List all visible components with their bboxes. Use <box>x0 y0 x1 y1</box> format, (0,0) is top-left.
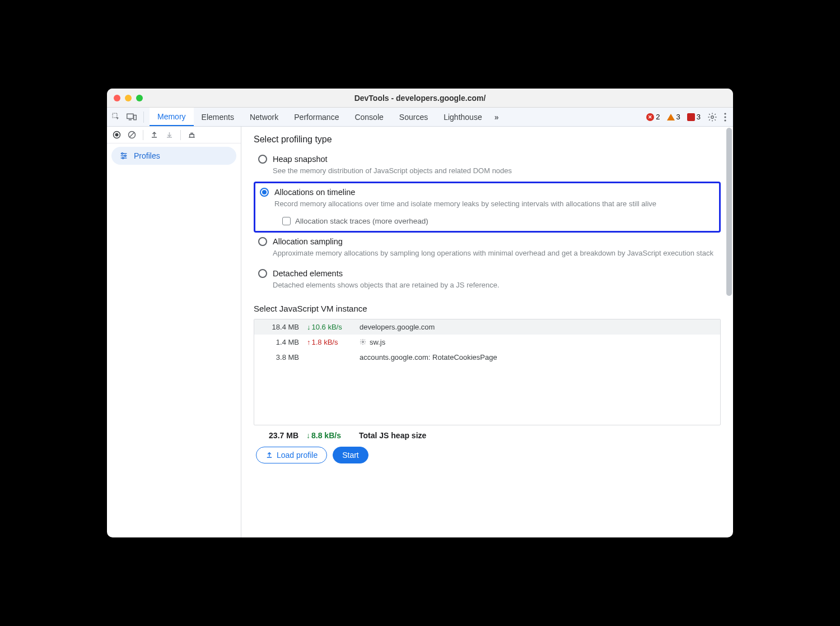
titlebar: DevTools - developers.google.com/ <box>107 89 733 108</box>
tab-console[interactable]: Console <box>347 108 391 126</box>
settings-icon[interactable] <box>707 112 717 122</box>
svg-rect-2 <box>134 115 137 120</box>
download-icon[interactable] <box>165 131 174 139</box>
warnings-badge[interactable]: 3 <box>667 113 680 121</box>
start-button[interactable]: Start <box>333 447 368 463</box>
traffic-lights <box>114 95 143 101</box>
tab-memory[interactable]: Memory <box>150 108 194 126</box>
radio-icon[interactable] <box>258 237 267 246</box>
profiling-type-heading: Select profiling type <box>254 135 721 145</box>
sidebar-item-profiles[interactable]: Profiles <box>111 147 236 165</box>
load-profile-button[interactable]: Load profile <box>256 447 327 463</box>
sidebar-toolbar <box>107 127 241 143</box>
vm-row[interactable]: 1.4 MB ↑1.8 kB/s sw.js <box>254 335 720 350</box>
main-panel: Select profiling type Heap snapshot See … <box>241 127 733 537</box>
upload-icon <box>265 451 273 459</box>
window-title: DevTools - developers.google.com/ <box>107 94 733 103</box>
arrow-down-icon: ↓ <box>307 323 311 331</box>
clear-icon[interactable] <box>128 131 136 139</box>
tab-elements[interactable]: Elements <box>194 108 242 126</box>
tab-network[interactable]: Network <box>242 108 286 126</box>
sidebar: Profiles <box>107 127 241 537</box>
panel-tabbar: Memory Elements Network Performance Cons… <box>107 108 733 127</box>
svg-point-8 <box>115 133 119 137</box>
maximize-window-button[interactable] <box>136 95 143 101</box>
option-heap-snapshot[interactable]: Heap snapshot See the memory distributio… <box>254 150 721 182</box>
content-area: Profiles Select profiling type Heap snap… <box>107 127 733 537</box>
svg-point-15 <box>124 155 126 157</box>
close-window-button[interactable] <box>114 95 120 101</box>
gear-icon <box>360 338 366 345</box>
rate: ↑1.8 kB/s <box>307 338 352 346</box>
option-detached-elements[interactable]: Detached elements Detached elements show… <box>254 265 721 296</box>
svg-point-14 <box>122 153 123 155</box>
tab-performance[interactable]: Performance <box>286 108 347 126</box>
inspect-element-icon[interactable] <box>111 112 121 122</box>
svg-point-6 <box>724 119 726 121</box>
radio-icon[interactable] <box>260 188 269 197</box>
issues-badge[interactable]: 3 <box>687 113 701 121</box>
checkbox-icon[interactable] <box>282 217 291 225</box>
record-icon[interactable] <box>113 131 121 139</box>
svg-point-3 <box>711 115 714 118</box>
vm-row[interactable]: 3.8 MB accounts.google.com: RotateCookie… <box>254 350 720 365</box>
radio-icon[interactable] <box>258 269 267 278</box>
error-icon: ✕ <box>646 113 654 121</box>
scrollbar[interactable] <box>726 128 732 296</box>
option-allocations-timeline[interactable]: Allocations on timeline Record memory al… <box>254 182 721 233</box>
more-tabs-button[interactable]: » <box>490 108 503 126</box>
vm-instance-list: 18.4 MB ↓10.6 kB/s developers.google.com… <box>254 319 721 425</box>
svg-line-10 <box>129 132 134 137</box>
radio-icon[interactable] <box>258 155 267 164</box>
total-heap-row: 23.7 MB ↓8.8 kB/s Total JS heap size <box>254 425 721 447</box>
collect-garbage-icon[interactable] <box>188 131 196 139</box>
sidebar-item-label: Profiles <box>134 151 160 160</box>
upload-icon[interactable] <box>150 131 158 139</box>
svg-point-17 <box>362 341 364 343</box>
allocation-stack-traces-checkbox[interactable]: Allocation stack traces (more overhead) <box>282 217 715 225</box>
arrow-up-icon: ↑ <box>307 338 311 346</box>
tab-lighthouse[interactable]: Lighthouse <box>436 108 490 126</box>
flag-icon <box>687 113 695 121</box>
svg-point-4 <box>724 113 726 114</box>
sliders-icon <box>119 151 128 160</box>
tab-sources[interactable]: Sources <box>391 108 436 126</box>
kebab-menu-icon[interactable] <box>724 113 726 122</box>
minimize-window-button[interactable] <box>125 95 132 101</box>
panel-tabs: Memory Elements Network Performance Cons… <box>150 108 503 126</box>
svg-rect-1 <box>127 114 133 118</box>
vm-row[interactable]: 18.4 MB ↓10.6 kB/s developers.google.com <box>254 319 720 335</box>
option-allocation-sampling[interactable]: Allocation sampling Approximate memory a… <box>254 233 721 264</box>
svg-point-16 <box>122 157 124 159</box>
vm-instance-heading: Select JavaScript VM instance <box>254 304 721 313</box>
errors-badge[interactable]: ✕ 2 <box>646 113 660 121</box>
arrow-down-icon: ↓ <box>306 431 310 440</box>
warning-icon <box>667 114 675 120</box>
device-toolbar-icon[interactable] <box>127 113 137 121</box>
rate: ↓10.6 kB/s <box>307 323 352 331</box>
footer-buttons: Load profile Start <box>254 447 721 463</box>
devtools-window: DevTools - developers.google.com/ Memory… <box>107 89 733 537</box>
svg-point-5 <box>724 116 726 118</box>
